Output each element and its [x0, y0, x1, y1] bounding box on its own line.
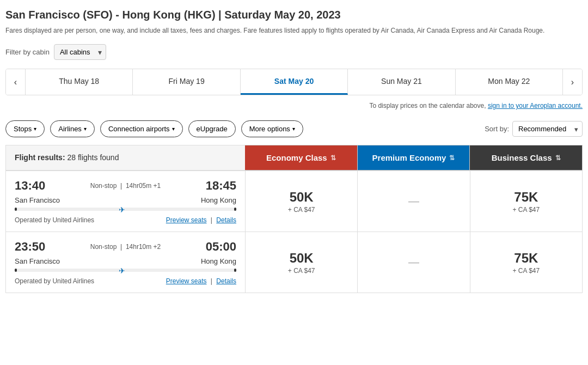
date-nav: ‹ Thu May 18 Fri May 19 Sat May 20 Sun M…: [5, 69, 583, 95]
more-options-arrow-icon: ▾: [292, 126, 295, 132]
page-container: San Francisco (SFO) - Hong Kong (HKG) | …: [0, 0, 588, 302]
flight-info-0: 13:40 Non-stop | 14hr05m +1 18:45 San Fr…: [6, 171, 246, 232]
premium-economy-class-header[interactable]: Premium Economy ⇅: [358, 145, 470, 171]
cabin-filter-select[interactable]: All cabins: [54, 44, 106, 60]
details-link-0[interactable]: Details: [216, 216, 236, 224]
date-tab-3[interactable]: Sun May 21: [348, 69, 455, 95]
arrive-time-1: 05:00: [206, 240, 236, 254]
airlines-arrow-icon: ▾: [84, 126, 87, 132]
flight-route-0: San Francisco Hong Kong: [15, 196, 236, 204]
date-prev-button[interactable]: ‹: [6, 69, 26, 95]
filter-bar: Filter by cabin All cabins: [5, 44, 583, 60]
business-price-0[interactable]: 75K + CA $47: [470, 171, 582, 232]
progress-bar-0: ✈: [15, 208, 236, 211]
results-count: 28 flights found: [67, 153, 119, 162]
sort-bar: Sort by: Recommended: [485, 121, 583, 137]
date-tab-1[interactable]: Fri May 19: [133, 69, 240, 95]
preview-seats-link-0[interactable]: Preview seats: [166, 216, 207, 224]
stops-arrow-icon: ▾: [34, 126, 36, 132]
flight-times-0: 13:40 Non-stop | 14hr05m +1 18:45: [15, 179, 236, 193]
filter-cabin-label: Filter by cabin: [5, 48, 50, 56]
flight-list: 13:40 Non-stop | 14hr05m +1 18:45 San Fr…: [5, 171, 583, 293]
depart-time-0: 13:40: [15, 179, 45, 193]
business-class-header[interactable]: Business Class ⇅: [470, 145, 583, 171]
results-header: Flight results: 28 flights found Economy…: [5, 145, 583, 171]
flight-footer-0: Operated by United Airlines Preview seat…: [15, 216, 236, 224]
eupgrade-filter-button[interactable]: eUpgrade: [188, 120, 236, 137]
table-row: 23:50 Non-stop | 14hr10m +2 05:00 San Fr…: [5, 232, 583, 293]
progress-bar-1: ✈: [15, 269, 236, 272]
stops-filter-button[interactable]: Stops ▾: [5, 120, 45, 137]
date-tab-0[interactable]: Thu May 18: [26, 69, 133, 95]
flight-links-0: Preview seats | Details: [166, 216, 236, 224]
connection-airports-filter-button[interactable]: Connection airports ▾: [100, 120, 183, 137]
results-label-text: Flight results:: [15, 153, 65, 162]
filters-row: Stops ▾ Airlines ▾ Connection airports ▾…: [5, 120, 583, 137]
plane-icon-0: ✈: [119, 205, 125, 214]
economy-class-header[interactable]: Economy Class ⇅: [245, 145, 358, 171]
cabin-filter-wrapper[interactable]: All cabins: [54, 44, 106, 60]
flight-meta-1: Non-stop | 14hr10m +2: [90, 243, 161, 251]
subtitle: Fares displayed are per person, one way,…: [5, 26, 583, 35]
results-label: Flight results: 28 flights found: [5, 145, 245, 171]
economy-price-0[interactable]: 50K + CA $47: [246, 171, 358, 232]
flight-info-1: 23:50 Non-stop | 14hr10m +2 05:00 San Fr…: [6, 232, 246, 293]
connection-arrow-icon: ▾: [172, 126, 175, 132]
date-tab-4[interactable]: Mon May 22: [456, 69, 562, 95]
page-title: San Francisco (SFO) - Hong Kong (HKG) | …: [5, 9, 583, 21]
economy-price-1[interactable]: 50K + CA $47: [246, 232, 358, 293]
aeroplan-signin-link[interactable]: sign in to your Aeroplan account.: [488, 102, 583, 110]
premium-sort-icon: ⇅: [449, 154, 455, 162]
flight-times-1: 23:50 Non-stop | 14hr10m +2 05:00: [15, 240, 236, 254]
sort-select-wrapper[interactable]: Recommended: [512, 121, 583, 137]
details-link-1[interactable]: Details: [216, 277, 236, 285]
sort-label: Sort by:: [485, 125, 509, 133]
economy-sort-icon: ⇅: [330, 154, 336, 162]
airlines-filter-button[interactable]: Airlines ▾: [50, 120, 95, 137]
premium-price-0[interactable]: —: [358, 171, 470, 232]
operator-0: Operated by United Airlines: [15, 216, 94, 224]
business-sort-icon: ⇅: [555, 154, 561, 162]
operator-1: Operated by United Airlines: [15, 277, 94, 285]
date-tab-2[interactable]: Sat May 20: [241, 69, 348, 95]
arrive-time-0: 18:45: [206, 179, 236, 193]
flight-footer-1: Operated by United Airlines Preview seat…: [15, 277, 236, 285]
flight-links-1: Preview seats | Details: [166, 277, 236, 285]
sort-select[interactable]: Recommended: [512, 121, 583, 137]
premium-price-1[interactable]: —: [358, 232, 470, 293]
table-row: 13:40 Non-stop | 14hr05m +1 18:45 San Fr…: [5, 171, 583, 232]
more-options-filter-button[interactable]: More options ▾: [241, 120, 303, 137]
preview-seats-link-1[interactable]: Preview seats: [166, 277, 207, 285]
flight-route-1: San Francisco Hong Kong: [15, 257, 236, 265]
depart-time-1: 23:50: [15, 240, 45, 254]
plane-icon-1: ✈: [119, 266, 125, 275]
date-next-button[interactable]: ›: [562, 69, 582, 95]
business-price-1[interactable]: 75K + CA $47: [470, 232, 582, 293]
aeroplan-note: To display prices on the calendar above,…: [5, 102, 583, 110]
flight-meta-0: Non-stop | 14hr05m +1: [90, 182, 161, 190]
